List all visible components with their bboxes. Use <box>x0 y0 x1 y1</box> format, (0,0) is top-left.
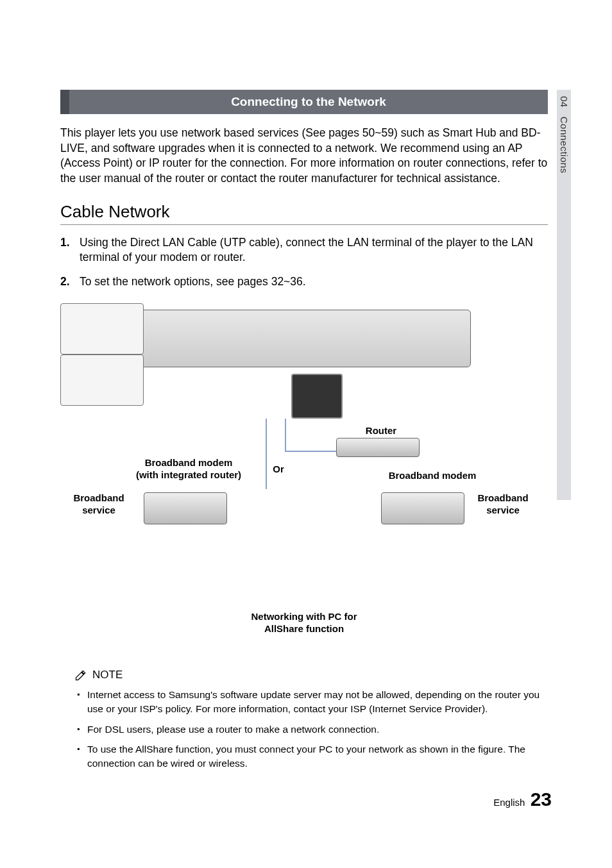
label-or: Or <box>266 463 291 476</box>
label-broadband-service-left: Broadband service <box>67 492 131 517</box>
section-banner: Connecting to the Network <box>60 90 548 114</box>
step-2: To set the network options, see pages 32… <box>60 274 548 290</box>
network-diagram: Router Or Broadband modem (with integrat… <box>60 303 548 649</box>
broadband-modem-integrated-illustration <box>144 492 227 524</box>
router-illustration <box>336 438 420 457</box>
player-rear-panel-illustration <box>112 310 471 367</box>
intro-paragraph: This player lets you use network based s… <box>60 126 548 187</box>
footer-language: English <box>493 797 525 808</box>
page-footer: English 23 <box>493 789 552 810</box>
subheading-cable-network: Cable Network <box>60 202 548 225</box>
label-router: Router <box>349 425 413 437</box>
step-1: Using the Direct LAN Cable (UTP cable), … <box>60 235 548 265</box>
note-heading-text: NOTE <box>92 669 123 681</box>
note-list: Internet access to Samsung's software up… <box>60 688 548 770</box>
connector-line <box>285 419 286 451</box>
note-heading: NOTE <box>60 669 548 681</box>
chapter-title: Connections <box>559 117 570 174</box>
label-broadband-modem-integrated: Broadband modem (with integrated router) <box>124 457 253 481</box>
side-chapter-label: 04 Connections <box>559 96 570 174</box>
broadband-modem-illustration <box>381 492 464 524</box>
pencil-icon <box>74 669 87 681</box>
note-item: For DSL users, please use a router to ma… <box>87 722 548 737</box>
label-broadband-service-right: Broadband service <box>471 492 535 517</box>
steps-list: Using the Direct LAN Cable (UTP cable), … <box>60 235 548 290</box>
laptop-illustration-right <box>60 355 144 406</box>
note-block: NOTE Internet access to Samsung's softwa… <box>60 669 548 770</box>
diagram-caption: Networking with PC for AllShare function <box>234 611 375 635</box>
chapter-number: 04 <box>559 96 570 108</box>
note-item: Internet access to Samsung's software up… <box>87 688 548 715</box>
laptop-illustration-left <box>60 303 144 355</box>
note-item: To use the AllShare function, you must c… <box>87 742 548 770</box>
page-number: 23 <box>531 789 552 810</box>
lan-port-callout <box>291 374 343 419</box>
label-broadband-modem: Broadband modem <box>381 470 484 482</box>
connector-line <box>266 419 267 451</box>
page-content: Connecting to the Network This player le… <box>60 90 548 777</box>
